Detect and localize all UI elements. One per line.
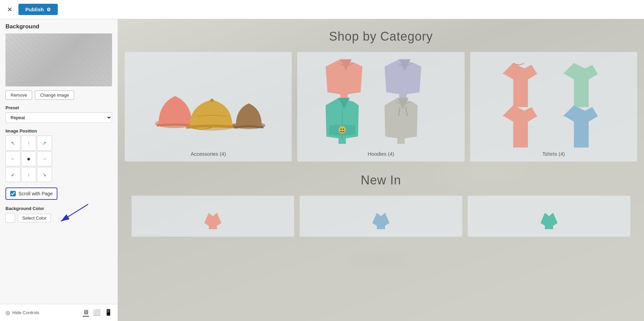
- sidebar-footer: ◎ Hide Controls 🖥 ⬜ 📱: [0, 304, 118, 321]
- top-bar: ✕ Publish ⚙: [0, 0, 644, 19]
- product-2-image: [367, 203, 395, 230]
- main-layout: Background Remove Change image Preset Re…: [0, 19, 644, 321]
- color-swatch[interactable]: [5, 213, 15, 223]
- accessories-illustration: [125, 52, 292, 148]
- products-bottom-row: [132, 196, 630, 237]
- tshirts-name: Tshirts (4): [470, 148, 637, 162]
- tshirts-card[interactable]: Tshirts (4): [470, 52, 637, 162]
- image-buttons-group: Remove Change image: [5, 90, 112, 100]
- svg-point-9: [343, 129, 344, 130]
- bg-color-label: Background Color: [5, 206, 112, 211]
- tablet-icon[interactable]: ⬜: [93, 309, 100, 317]
- image-position-grid: ↖ ↑ ↗ ← ● → ↙ ↓ ↘: [5, 136, 112, 182]
- pos-bottom-left[interactable]: ↙: [5, 167, 20, 182]
- product-card-1[interactable]: [132, 196, 294, 237]
- new-in-title: New In: [132, 173, 630, 187]
- content-area: Shop by Category: [118, 19, 644, 321]
- sidebar-scroll-content[interactable]: Background Remove Change image Preset Re…: [0, 19, 118, 304]
- device-icons-group: 🖥 ⬜ 📱: [83, 309, 112, 317]
- publish-label: Publish: [25, 6, 44, 12]
- product-1-image: [199, 203, 227, 230]
- shop-section: Shop by Category: [118, 19, 644, 243]
- desktop-icon[interactable]: 🖥: [83, 309, 89, 317]
- page-background: Shop by Category: [118, 19, 644, 321]
- close-icon: ✕: [7, 6, 12, 13]
- background-color-section: Background Color Select Color: [5, 206, 112, 223]
- mobile-icon[interactable]: 📱: [105, 309, 112, 317]
- preset-select[interactable]: Repeat Cover Contain No Repeat: [5, 112, 112, 123]
- select-color-button[interactable]: Select Color: [18, 214, 51, 222]
- svg-point-4: [210, 99, 214, 102]
- categories-grid: Accessories (4): [125, 52, 637, 162]
- hoodies-card-inner: [297, 52, 464, 148]
- image-position-label: Image Position: [5, 128, 112, 134]
- svg-point-8: [341, 129, 342, 130]
- accessories-card-inner: [125, 52, 292, 148]
- pos-bottom-right[interactable]: ↘: [37, 167, 52, 182]
- hoodies-card[interactable]: Hoodies (4): [297, 52, 464, 162]
- hoodies-name: Hoodies (4): [297, 148, 464, 162]
- pos-middle-right[interactable]: →: [37, 151, 52, 166]
- remove-button[interactable]: Remove: [5, 90, 32, 100]
- product-card-2[interactable]: [300, 196, 462, 237]
- product-3-image: [535, 203, 563, 230]
- scroll-with-page-container[interactable]: Scroll with Page: [5, 187, 57, 200]
- eye-icon: ◎: [5, 309, 10, 316]
- color-row: Select Color: [5, 213, 112, 223]
- pos-top-right[interactable]: ↗: [37, 136, 52, 151]
- background-image-preview: [5, 33, 112, 86]
- pos-bottom-center[interactable]: ↓: [21, 167, 36, 182]
- pos-center[interactable]: ●: [21, 151, 36, 166]
- pos-top-left[interactable]: ↖: [5, 136, 20, 151]
- change-image-button[interactable]: Change image: [35, 90, 74, 100]
- tshirts-card-inner: [470, 52, 637, 148]
- settings-icon: ⚙: [46, 7, 51, 12]
- hide-controls[interactable]: ◎ Hide Controls: [5, 309, 39, 316]
- sidebar-title: Background: [5, 23, 112, 30]
- accessories-card[interactable]: Accessories (4): [125, 52, 292, 162]
- tshirts-illustration: [470, 52, 637, 148]
- product-card-3[interactable]: [468, 196, 630, 237]
- hide-controls-label: Hide Controls: [12, 310, 39, 315]
- publish-button[interactable]: Publish ⚙: [18, 4, 58, 15]
- svg-point-7: [339, 126, 346, 134]
- sidebar: Background Remove Change image Preset Re…: [0, 19, 118, 321]
- close-button[interactable]: ✕: [4, 4, 15, 15]
- shop-title: Shop by Category: [125, 29, 637, 44]
- new-in-section: New In: [125, 170, 637, 237]
- pos-middle-left[interactable]: ←: [5, 151, 20, 166]
- scroll-with-page-label: Scroll with Page: [18, 191, 53, 196]
- scroll-with-page-checkbox[interactable]: [10, 191, 16, 196]
- hoodies-illustration: [297, 52, 464, 148]
- accessories-name: Accessories (4): [125, 148, 292, 162]
- preset-label: Preset: [5, 105, 112, 110]
- pos-top-center[interactable]: ↑: [21, 136, 36, 151]
